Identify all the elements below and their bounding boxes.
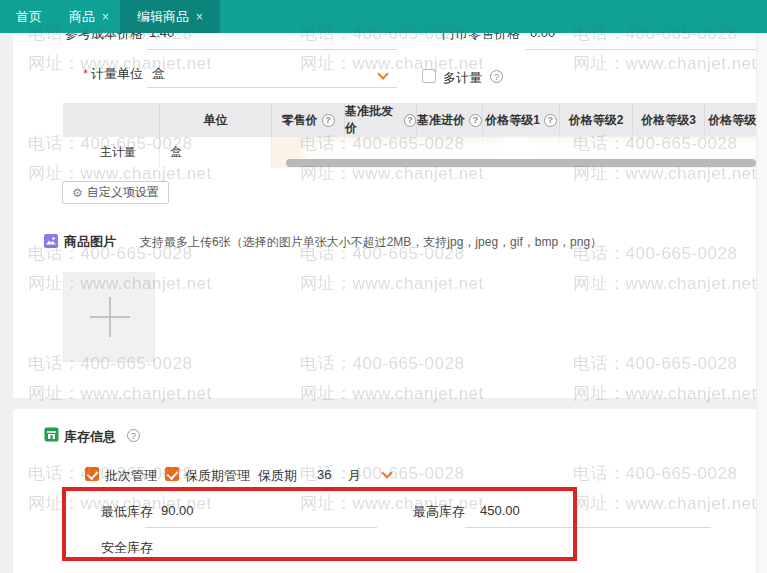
min-stock-input[interactable] <box>145 527 377 528</box>
shelf-life-label: 保质期 <box>258 467 297 485</box>
clipped-retail-price-value: 0.00 <box>530 33 555 40</box>
table-header-cell: 零售价? <box>272 103 345 137</box>
column-help-icon[interactable]: ? <box>544 114 557 127</box>
multi-unit-label: 多计量 <box>443 69 482 87</box>
tab-goods[interactable]: 商品 × <box>58 0 120 33</box>
tab-goods-label: 商品 <box>69 8 95 26</box>
gear-icon: ⚙ <box>72 186 83 200</box>
tab-bar: 首页 商品 × 编辑商品 × <box>0 0 767 33</box>
clipped-retail-price-label: 门市零售价格 <box>383 33 520 43</box>
required-asterisk: * <box>83 67 88 81</box>
table-header-cell: 价格等级1? <box>483 103 560 137</box>
batch-management-label: 批次管理 <box>105 467 157 485</box>
table-header-cell: 单位 <box>160 103 272 137</box>
redacted-price-blur <box>498 139 756 161</box>
retail-price-input[interactable] <box>525 49 756 50</box>
tab-edit-product-label: 编辑商品 <box>137 8 189 26</box>
shelf-life-unit: 月 <box>348 467 361 485</box>
image-section-label: 商品图片 <box>64 233 116 251</box>
column-help-icon[interactable]: ? <box>469 114 482 127</box>
product-form-panel: 参考成本价格 1.40 门市零售价格 0.00 *计量单位 盒 多计量 ? 单位… <box>13 33 756 398</box>
table-cell: 盒 <box>160 137 272 168</box>
inventory-panel: 库存信息 ? 批次管理 保质期管理 保质期 36 月 最低库存 90.00 最高… <box>13 409 756 573</box>
tab-home-label: 首页 <box>16 8 42 26</box>
tab-edit-product[interactable]: 编辑商品 × <box>120 0 220 33</box>
page-vertical-scrollbar[interactable] <box>756 33 767 573</box>
price-table: 单位零售价?基准批发价?基准进价?价格等级1?价格等级2价格等级3价格等级4 主… <box>63 103 756 168</box>
tab-edit-product-close-icon[interactable]: × <box>196 10 203 24</box>
table-header-cell: 价格等级4 <box>705 103 756 137</box>
plus-icon <box>109 297 111 337</box>
column-help-icon[interactable]: ? <box>322 114 335 127</box>
unit-select[interactable] <box>147 87 397 88</box>
max-stock-input[interactable] <box>465 527 711 528</box>
edit-product-screen: 首页 商品 × 编辑商品 × 参考成本价格 1.40 门市零售价格 0.00 *… <box>0 0 767 573</box>
batch-management-checkbox[interactable] <box>85 467 99 481</box>
chevron-down-icon[interactable] <box>381 467 392 478</box>
inventory-help-icon[interactable]: ? <box>127 429 140 442</box>
chevron-down-icon[interactable] <box>377 68 388 79</box>
clipped-cost-price-label: 参考成本价格 <box>13 33 143 43</box>
unit-label-wrap: *计量单位 <box>13 65 143 83</box>
image-icon <box>44 234 58 248</box>
price-table-header: 单位零售价?基准批发价?基准进价?价格等级1?价格等级2价格等级3价格等级4 <box>63 103 756 137</box>
shelf-life-value[interactable]: 36 <box>317 467 331 482</box>
image-upload-hint: 支持最多上传6张（选择的图片单张大小不超过2MB，支持jpg，jpeg，gif，… <box>140 234 602 251</box>
tab-home[interactable]: 首页 <box>0 0 58 33</box>
image-upload-box[interactable] <box>63 272 155 362</box>
table-header-cell: 价格等级2 <box>560 103 633 137</box>
table-cell: 主计量 <box>63 137 160 168</box>
table-header-cell: 基准批发价? <box>345 103 417 137</box>
unit-value: 盒 <box>152 65 165 83</box>
column-help-icon[interactable]: ? <box>404 114 416 127</box>
inventory-icon <box>44 427 59 442</box>
table-header-cell <box>63 103 160 137</box>
shelf-life-management-checkbox[interactable] <box>165 467 179 481</box>
custom-fields-button-label: 自定义项设置 <box>87 184 159 201</box>
inventory-title: 库存信息 <box>64 428 116 446</box>
table-header-cell: 价格等级3 <box>633 103 705 137</box>
shelf-life-management-label: 保质期管理 <box>185 467 250 485</box>
clipped-cost-price-value: 1.40 <box>149 33 174 40</box>
min-stock-value: 90.00 <box>161 503 194 518</box>
table-header-cell: 基准进价? <box>417 103 483 137</box>
max-stock-value: 450.00 <box>480 503 520 518</box>
min-stock-label: 最低库存 <box>53 503 153 521</box>
max-stock-label: 最高库存 <box>361 503 465 521</box>
table-horizontal-scrollbar[interactable] <box>286 159 756 167</box>
multi-unit-help-icon[interactable]: ? <box>490 70 503 83</box>
custom-fields-button[interactable]: ⚙ 自定义项设置 <box>62 181 169 204</box>
safe-stock-label: 安全库存 <box>53 539 153 557</box>
unit-label: 计量单位 <box>91 66 143 81</box>
cost-price-input[interactable] <box>147 49 397 50</box>
tab-goods-close-icon[interactable]: × <box>102 10 109 24</box>
multi-unit-checkbox[interactable] <box>422 69 436 83</box>
